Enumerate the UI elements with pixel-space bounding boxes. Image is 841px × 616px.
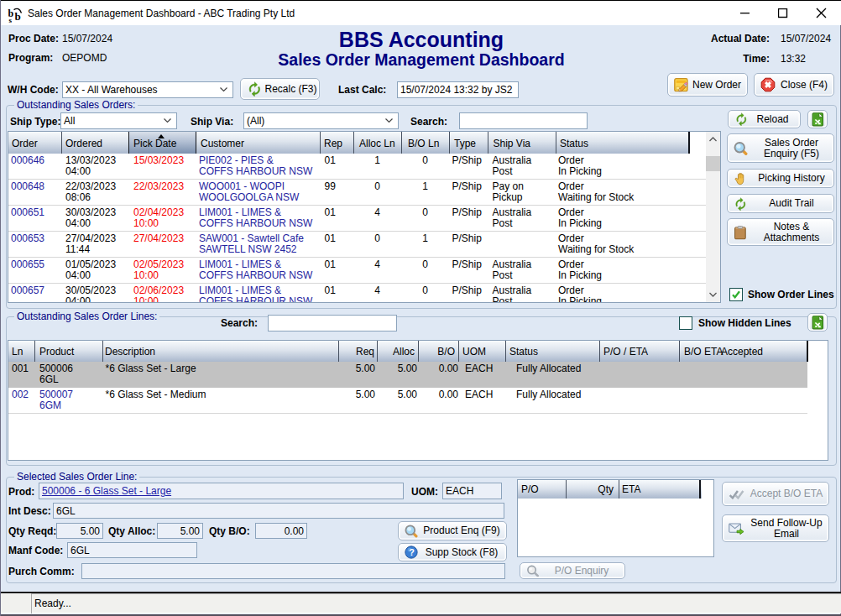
svg-text:b: b bbox=[15, 10, 21, 23]
svg-text:s: s bbox=[9, 16, 13, 24]
